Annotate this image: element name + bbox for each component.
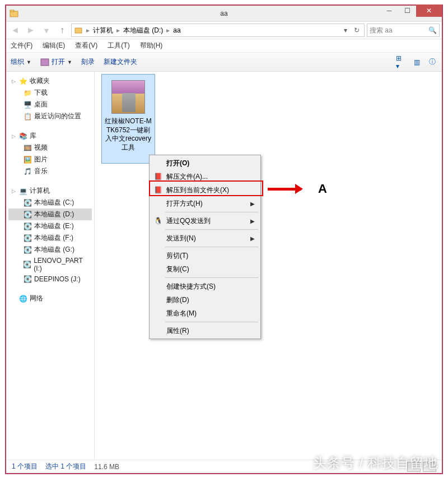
ctx-delete[interactable]: 删除(D) [151,293,259,307]
ctx-open-with[interactable]: 打开方式(H)▶ [151,197,259,210]
search-icon: 🔍 [428,26,437,34]
separator [165,247,258,247]
menubar: 文件(F) 编辑(E) 查看(V) 工具(T) 帮助(H) [6,39,442,53]
drive-icon: 💽 [23,245,32,254]
chevron-right-icon: ▶ [250,201,255,207]
ctx-copy[interactable]: 复制(C) [151,262,259,276]
chevron-right-icon: ▶ [250,235,255,242]
search-input[interactable]: 搜索 aa 🔍 [367,24,440,37]
picture-icon: 🖼️ [23,155,32,164]
archive-icon [40,58,49,67]
ctx-rename[interactable]: 重命名(M) [151,307,259,320]
drive-icon: 💽 [23,222,32,231]
menu-file[interactable]: 文件(F) [11,41,32,50]
sidebar-item-drive-c[interactable]: 💽本地磁盘 (C:) [8,197,92,208]
folder-icon [10,9,18,18]
archive-icon: 📕 [153,186,163,194]
computer-icon: 💻 [18,187,27,196]
view-options-button[interactable]: ⊞ ▾ [396,57,406,67]
crumb-folder[interactable]: aa [173,26,180,34]
ctx-extract-files[interactable]: 📕解压文件(A)... [151,170,259,183]
file-name: 红辣椒NOTE-MTK6752一键刷入中文recovery工具 [104,117,152,152]
chevron-right-icon: ▶ [250,218,255,224]
drive-icon: 💽 [23,260,31,269]
status-size: 11.6 MB [94,463,119,471]
ctx-send-qq[interactable]: 🐧通过QQ发送到▶ [151,214,259,228]
folder-icon: 📁 [23,89,32,98]
sidebar-item-drive-f[interactable]: 💽本地磁盘 (F:) [8,232,92,244]
sidebar: ▷⭐收藏夹 📁下载 🖥️桌面 📋最近访问的位置 ▷📚库 🎞️视频 🖼️图片 🎵音… [6,72,95,460]
sidebar-item-pictures[interactable]: 🖼️图片 [8,154,92,165]
toolbar: 组织▼ 打开▼ 刻录 新建文件夹 ⊞ ▾ ▥ ⓘ [6,53,442,72]
desktop-icon: 🖥️ [23,100,32,109]
sidebar-item-drive-g[interactable]: 💽本地磁盘 (G:) [8,244,92,256]
forward-button[interactable]: ► [24,24,38,37]
sidebar-item-videos[interactable]: 🎞️视频 [8,142,92,154]
sidebar-favorites[interactable]: ▷⭐收藏夹 [8,75,92,87]
minimize-button[interactable]: ─ [380,4,398,17]
sidebar-item-recent[interactable]: 📋最近访问的位置 [8,110,92,122]
annotation-label: A [318,182,327,196]
back-button[interactable]: ◄ [8,24,22,37]
sidebar-item-drive-e[interactable]: 💽本地磁盘 (E:) [8,220,92,232]
close-button[interactable]: ✕ [416,4,442,17]
svg-rect-2 [75,28,82,33]
menu-help[interactable]: 帮助(H) [140,41,163,50]
drive-icon: 💽 [23,234,32,243]
sidebar-item-desktop[interactable]: 🖥️桌面 [8,99,92,110]
menu-edit[interactable]: 编辑(E) [43,41,65,50]
chevron-down-icon[interactable]: ▾ [342,26,349,34]
maximize-button[interactable]: ☐ [398,4,416,17]
separator [165,229,258,230]
sidebar-computer[interactable]: ▷💻计算机 [8,185,92,197]
recent-icon: 📋 [23,112,32,121]
separator [165,212,258,212]
ctx-send-to[interactable]: 发送到(N)▶ [151,231,259,245]
status-bar: 1 个项目 选中 1 个项目 11.6 MB [6,460,442,473]
titlebar: aa ─ ☐ ✕ [6,6,442,21]
ctx-extract-here[interactable]: 📕解压到当前文件夹(X) [151,183,259,197]
ctx-shortcut[interactable]: 创建快捷方式(S) [151,280,259,293]
annotation-arrow: A [268,182,327,196]
menu-view[interactable]: 查看(V) [75,41,97,50]
recent-button[interactable]: ▾ [40,24,53,37]
breadcrumb[interactable]: ▸ 计算机 ▸ 本地磁盘 (D:) ▸ aa ▾ ↻ [71,24,365,37]
organize-button[interactable]: 组织▼ [11,57,31,67]
help-icon[interactable]: ⓘ [427,57,437,67]
search-placeholder: 搜索 aa [370,26,393,35]
sidebar-item-music[interactable]: 🎵音乐 [8,165,92,177]
burn-button[interactable]: 刻录 [81,57,95,67]
view-tiles-button[interactable] [423,462,436,472]
drive-icon: 💽 [23,198,32,207]
drive-icon: 💽 [23,210,32,219]
sidebar-network[interactable]: 🌐网络 [8,293,92,304]
sidebar-item-drive-j[interactable]: 💽DEEPINOS (J:) [8,274,92,285]
sidebar-libraries[interactable]: ▷📚库 [8,130,92,142]
view-details-button[interactable] [407,462,421,472]
new-folder-button[interactable]: 新建文件夹 [104,57,137,67]
ctx-cut[interactable]: 剪切(T) [151,249,259,262]
refresh-icon[interactable]: ↻ [352,26,362,34]
address-bar: ◄ ► ▾ ↑ ▸ 计算机 ▸ 本地磁盘 (D:) ▸ aa ▾ ↻ 搜索 aa… [6,21,442,39]
sidebar-item-downloads[interactable]: 📁下载 [8,87,92,99]
context-menu: 打开(O) 📕解压文件(A)... 📕解压到当前文件夹(X) 打开方式(H)▶ … [149,155,261,339]
drive-icon: 💽 [23,275,32,284]
up-button[interactable]: ↑ [55,24,69,37]
sidebar-item-drive-i[interactable]: 💽LENOVO_PART (I:) [8,256,92,274]
preview-pane-button[interactable]: ▥ [412,57,422,67]
menu-tools[interactable]: 工具(T) [108,41,129,50]
sidebar-item-drive-d[interactable]: 💽本地磁盘 (D:) [8,208,92,220]
crumb-computer[interactable]: 计算机 [93,26,113,35]
open-button[interactable]: 打开▼ [40,57,72,67]
crumb-drive[interactable]: 本地磁盘 (D:) [123,26,163,35]
status-selected: 选中 1 个项目 [45,462,86,471]
file-item-selected[interactable]: 红辣椒NOTE-MTK6752一键刷入中文recovery工具 [101,74,155,164]
network-icon: 🌐 [18,294,27,303]
archive-icon [111,80,145,114]
file-pane[interactable]: 红辣椒NOTE-MTK6752一键刷入中文recovery工具 [95,72,442,460]
star-icon: ⭐ [18,77,27,86]
music-icon: 🎵 [23,167,32,176]
ctx-properties[interactable]: 属性(R) [151,324,259,337]
ctx-open[interactable]: 打开(O) [151,156,259,170]
arrow-icon [268,188,301,191]
